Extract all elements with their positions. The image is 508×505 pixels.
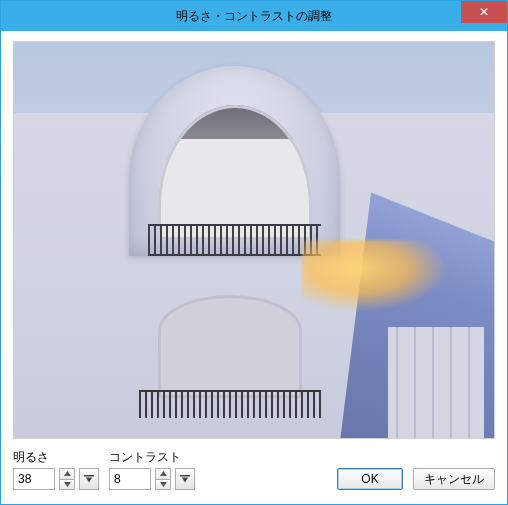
cancel-button-label: キャンセル (424, 471, 484, 488)
chevron-up-icon (64, 471, 71, 476)
image-preview (13, 41, 495, 439)
controls-row: 明るさ 38 (13, 449, 495, 490)
dialog-window: 明るさ・コントラストの調整 ✕ 明るさ 38 (0, 0, 508, 505)
contrast-spinner (155, 468, 171, 490)
brightness-value: 38 (18, 472, 31, 486)
brightness-increment-button[interactable] (60, 469, 74, 479)
brightness-field: 明るさ 38 (13, 449, 99, 490)
contrast-field: コントラスト 8 (109, 449, 195, 490)
contrast-increment-button[interactable] (156, 469, 170, 479)
ok-button[interactable]: OK (337, 468, 403, 490)
brightness-label: 明るさ (13, 449, 99, 466)
contrast-decrement-button[interactable] (156, 479, 170, 490)
ok-button-label: OK (361, 472, 378, 486)
contrast-reset-button[interactable] (175, 468, 195, 490)
reset-icon (84, 475, 94, 483)
contrast-value: 8 (114, 472, 121, 486)
close-button[interactable]: ✕ (461, 1, 507, 23)
brightness-reset-button[interactable] (79, 468, 99, 490)
brightness-input[interactable]: 38 (13, 468, 55, 490)
contrast-label: コントラスト (109, 449, 195, 466)
chevron-down-icon (160, 482, 167, 487)
chevron-up-icon (160, 471, 167, 476)
window-title: 明るさ・コントラストの調整 (1, 8, 507, 25)
brightness-decrement-button[interactable] (60, 479, 74, 490)
titlebar[interactable]: 明るさ・コントラストの調整 ✕ (1, 1, 507, 31)
cancel-button[interactable]: キャンセル (413, 468, 495, 490)
contrast-input[interactable]: 8 (109, 468, 151, 490)
close-icon: ✕ (479, 5, 489, 19)
reset-icon (180, 475, 190, 483)
chevron-down-icon (64, 482, 71, 487)
brightness-spinner (59, 468, 75, 490)
client-area: 明るさ 38 (1, 31, 507, 504)
